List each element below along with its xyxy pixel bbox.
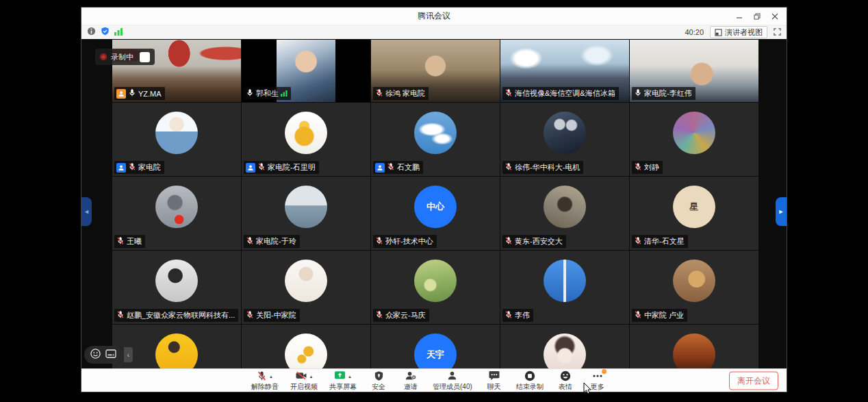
avatar xyxy=(673,260,715,302)
participant-name: 徐伟-华中科大-电机 xyxy=(515,162,580,173)
stop-recording-icon[interactable] xyxy=(140,52,150,62)
shield-icon[interactable] xyxy=(101,26,110,38)
next-page-button[interactable]: ► xyxy=(776,197,787,226)
members-icon xyxy=(447,370,457,382)
toolbar-item-camera-off[interactable]: ▲开启视频 xyxy=(290,370,318,392)
recording-indicator: 录制中 xyxy=(95,49,155,65)
toolbar-item-share-screen[interactable]: ▲共享屏幕 xyxy=(329,370,357,392)
participant-nameplate: 中家院 卢业 xyxy=(632,309,687,322)
collapse-quickbar-button[interactable]: ‹ xyxy=(124,347,133,362)
participant-tile[interactable]: 中家院 卢业 xyxy=(630,251,758,324)
participant-tile[interactable]: 天宇 xyxy=(371,325,500,369)
toolbar-item-stop-record[interactable]: 结束录制 xyxy=(516,370,544,392)
participant-tile[interactable]: 家电院-李红伟 xyxy=(630,40,758,102)
participant-tile[interactable]: 王曦 xyxy=(112,177,241,250)
meeting-window: 腾讯会议 40:20 演讲者视图 xyxy=(81,7,787,392)
avatar-text: 星 xyxy=(690,201,699,213)
participant-tile[interactable]: 中心孙轩-技术中心 xyxy=(371,177,500,250)
toolbar-item-mic-muted[interactable]: ▲解除静音 xyxy=(251,370,279,392)
toolbar-item-members[interactable]: 管理成员(40) xyxy=(433,370,472,392)
participant-nameplate: 黄东-西安交大 xyxy=(502,235,566,248)
participant-nameplate: 孙轩-技术中心 xyxy=(373,235,437,248)
toolbar-item-security-shield[interactable]: 安全 xyxy=(368,370,389,392)
fullscreen-icon[interactable] xyxy=(774,26,781,38)
participant-tile[interactable]: 星清华-石文星 xyxy=(630,177,758,250)
caption-icon[interactable] xyxy=(105,349,116,361)
toolbar-item-label: 结束录制 xyxy=(516,382,544,392)
participant-tile[interactable] xyxy=(242,325,370,369)
participant-tile[interactable]: 徐伟-华中科大-电机 xyxy=(500,103,629,176)
participant-nameplate: 刘静 xyxy=(632,161,663,174)
chevron-up-icon[interactable]: ▲ xyxy=(269,375,273,379)
mic-icon xyxy=(128,88,136,99)
participant-tile[interactable]: 家电院-于玲 xyxy=(242,177,370,250)
toolbar-item-label: 邀请 xyxy=(404,382,418,392)
participant-tile[interactable] xyxy=(500,325,629,369)
participant-nameplate: 徐鸿 家电院 xyxy=(373,87,429,100)
toolbar-item-emoji[interactable]: 表情 xyxy=(555,370,576,392)
participant-tile[interactable]: 家电院-石里明 xyxy=(242,103,370,176)
participant-name: 众家云-马庆 xyxy=(385,310,426,321)
avatar xyxy=(544,260,586,302)
mic-muted-icon xyxy=(375,310,383,321)
chevron-up-icon[interactable]: ▲ xyxy=(309,375,314,379)
participant-tile[interactable]: 石文鹏 xyxy=(371,103,500,176)
participant-name: 孙轩-技术中心 xyxy=(385,236,433,247)
participant-nameplate: YZ.MA xyxy=(114,87,165,100)
participant-tile[interactable]: 众家云-马庆 xyxy=(371,251,500,324)
participant-name: 家电院 xyxy=(138,162,161,173)
participant-tile[interactable]: 关阳-中家院 xyxy=(242,251,370,324)
restore-button[interactable] xyxy=(750,10,765,23)
chat-icon xyxy=(489,370,500,382)
video-grid: YZ.MA郭和生徐鸿 家电院海信视像&海信空调&海信冰箱家电院-李红伟家电院家电… xyxy=(81,39,787,369)
participant-tile[interactable]: 赵鹏_安徽众家云物联网科技有... xyxy=(112,251,241,324)
participant-tile[interactable]: 海信视像&海信空调&海信冰箱 xyxy=(500,40,629,102)
quick-reaction-bar: ‹ xyxy=(84,346,133,364)
participant-tile[interactable]: 家电院 xyxy=(112,103,241,176)
participant-tile[interactable] xyxy=(630,325,758,369)
participant-name: 徐鸿 家电院 xyxy=(385,88,425,99)
participant-tile[interactable]: 徐鸿 家电院 xyxy=(371,40,500,102)
participant-name: YZ.MA xyxy=(138,90,162,98)
participant-tile[interactable]: 李伟 xyxy=(500,251,629,324)
close-button[interactable] xyxy=(767,10,782,23)
leave-meeting-button[interactable]: 离开会议 xyxy=(729,371,778,390)
participant-name: 郭和生 xyxy=(256,88,279,99)
role-badge-person-icon xyxy=(375,163,385,173)
toolbar-item-label: 开启视频 xyxy=(290,382,318,392)
mic-muted-icon xyxy=(116,310,125,321)
participant-tile[interactable]: 郭和生 xyxy=(242,40,370,102)
toolbar-item-chat[interactable]: 聊天 xyxy=(484,370,505,392)
mic-muted-icon xyxy=(505,236,513,247)
desktop: { "window": { "title": "腾讯会议", "controls… xyxy=(0,0,868,402)
participant-tile[interactable]: 黄东-西安交大 xyxy=(500,177,629,250)
participant-nameplate: 赵鹏_安徽众家云物联网科技有... xyxy=(114,309,238,322)
participant-nameplate: 家电院-石里明 xyxy=(244,161,319,174)
camera-off-icon xyxy=(295,370,307,382)
avatar xyxy=(544,112,586,154)
participant-name: 赵鹏_安徽众家云物联网科技有... xyxy=(127,310,235,321)
stop-record-icon xyxy=(524,370,535,383)
minimize-button[interactable] xyxy=(732,10,747,23)
participant-name: 清华-石文星 xyxy=(644,236,685,247)
toolbar-item-invite[interactable]: 邀请 xyxy=(400,370,421,392)
avatar xyxy=(285,112,327,154)
chevron-left-icon: ◄ xyxy=(84,208,90,215)
info-icon[interactable] xyxy=(87,26,96,38)
participant-name: 李伟 xyxy=(515,310,530,321)
mouse-cursor xyxy=(583,382,592,398)
signal-icon[interactable] xyxy=(114,26,123,38)
avatar xyxy=(285,186,327,228)
chevron-up-icon[interactable]: ▲ xyxy=(348,375,352,379)
participant-tile[interactable]: 刘静 xyxy=(630,103,758,176)
mic-muted-icon xyxy=(257,162,266,173)
mic-icon xyxy=(246,88,254,99)
previous-page-button[interactable]: ◄ xyxy=(81,197,92,226)
chevron-left-icon: ‹ xyxy=(127,351,129,359)
toolbar-item-label: 聊天 xyxy=(487,382,501,392)
speaker-view-button[interactable]: 演讲者视图 xyxy=(710,26,767,38)
layout-icon xyxy=(715,29,722,36)
emoji-icon[interactable] xyxy=(90,349,101,362)
mic-muted-icon xyxy=(257,370,267,383)
avatar xyxy=(155,260,198,302)
